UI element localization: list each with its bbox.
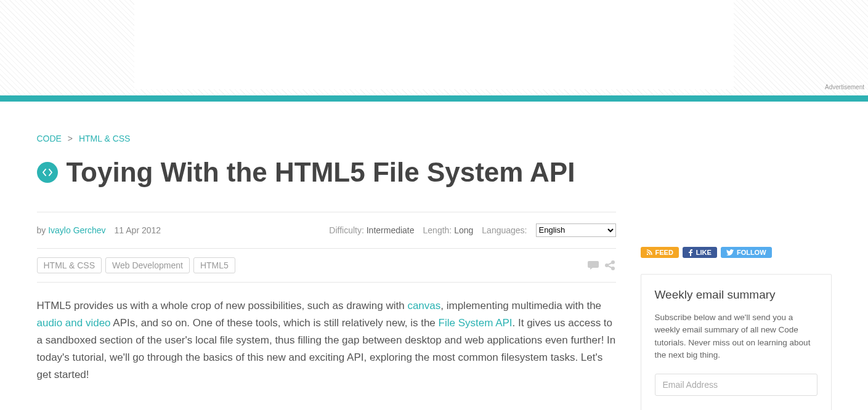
breadcrumb-root[interactable]: CODE bbox=[37, 134, 62, 143]
author-link[interactable]: Ivaylo Gerchev bbox=[48, 225, 105, 235]
ad-slot bbox=[134, 0, 734, 89]
ad-label: Advertisement bbox=[825, 84, 864, 90]
breadcrumb: CODE > HTML & CSS bbox=[37, 134, 616, 143]
link-canvas[interactable]: canvas bbox=[407, 300, 440, 312]
link-audio-video[interactable]: audio and video bbox=[37, 317, 111, 329]
email-field[interactable] bbox=[655, 374, 817, 396]
length-value: Long bbox=[454, 225, 473, 235]
accent-bar bbox=[0, 95, 868, 102]
article-intro: HTML5 provides us with a whole crop of n… bbox=[37, 283, 616, 384]
category-badge-icon bbox=[37, 162, 58, 183]
language-select[interactable]: English bbox=[536, 223, 616, 237]
difficulty-value: Intermediate bbox=[367, 225, 415, 235]
link-file-system-api[interactable]: File System API bbox=[439, 317, 513, 329]
ad-banner-area: Advertisement bbox=[0, 0, 868, 95]
like-button[interactable]: LIKE bbox=[683, 247, 717, 258]
share-icon[interactable] bbox=[604, 260, 616, 271]
byline-prefix: by bbox=[37, 225, 49, 235]
newsletter-card: Weekly email summary Subscribe below and… bbox=[641, 274, 832, 410]
newsletter-body: Subscribe below and we'll send you a wee… bbox=[655, 312, 817, 361]
page-title: Toying With the HTML5 File System API bbox=[67, 157, 575, 188]
tag-html-css[interactable]: HTML & CSS bbox=[37, 257, 102, 273]
follow-button[interactable]: FOLLOW bbox=[721, 247, 772, 258]
tag-web-development[interactable]: Web Development bbox=[105, 257, 190, 273]
breadcrumb-separator: > bbox=[68, 134, 73, 143]
tag-list: HTML & CSS Web Development HTML5 bbox=[37, 257, 235, 273]
facebook-icon bbox=[688, 249, 693, 256]
difficulty-label: Difficulty: bbox=[329, 225, 364, 235]
rss-icon bbox=[646, 249, 652, 255]
publish-date: 11 Apr 2012 bbox=[115, 225, 161, 235]
twitter-icon bbox=[726, 249, 734, 255]
comments-icon[interactable] bbox=[588, 260, 600, 271]
tag-html5[interactable]: HTML5 bbox=[193, 257, 235, 273]
svg-point-3 bbox=[646, 254, 647, 255]
breadcrumb-leaf[interactable]: HTML & CSS bbox=[79, 134, 131, 143]
length-label: Length: bbox=[423, 225, 452, 235]
languages-label: Languages: bbox=[482, 225, 527, 235]
feed-button[interactable]: FEED bbox=[641, 247, 679, 258]
newsletter-heading: Weekly email summary bbox=[655, 288, 817, 302]
